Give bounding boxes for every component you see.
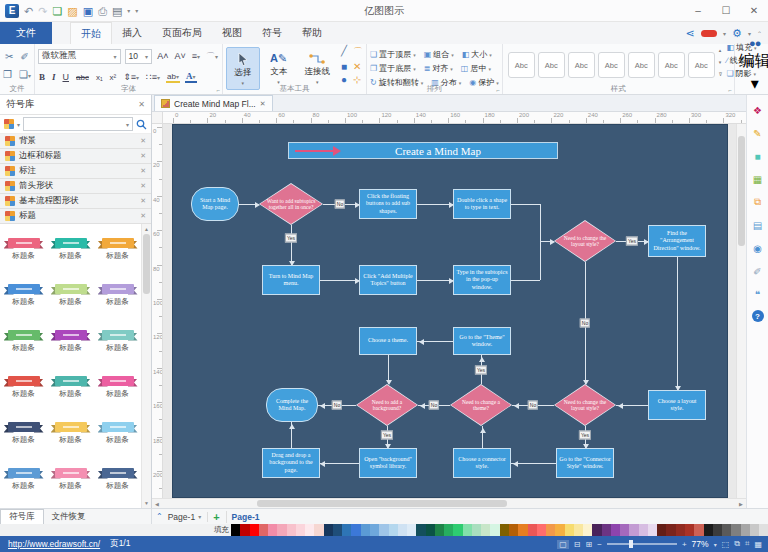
- color-swatch[interactable]: [602, 524, 611, 536]
- flowchart-node-process[interactable]: Open "background" symbol library.: [359, 448, 417, 478]
- undo-icon[interactable]: ↶: [24, 4, 33, 18]
- flowchart-node-decision[interactable]: Need to change the layout style?: [554, 220, 616, 262]
- notes-icon[interactable]: ▤: [751, 218, 765, 232]
- scroll-down-icon[interactable]: ▼: [142, 498, 151, 508]
- collapse-ribbon-icon[interactable]: ⌃: [757, 30, 762, 37]
- arrange-align-button[interactable]: ≣对齐▾: [424, 62, 453, 75]
- flowchart-node-decision[interactable]: Need to add a background?: [356, 384, 418, 426]
- flowchart-node-process[interactable]: Find the "Arrangement Direction" window.: [648, 225, 706, 257]
- scroll-up-icon[interactable]: ▲: [142, 224, 151, 234]
- page[interactable]: Create a Mind Map Start a Mind Map page.…: [172, 124, 728, 498]
- color-swatch[interactable]: [518, 524, 527, 536]
- grid-icon[interactable]: ▦: [754, 540, 762, 549]
- highlight-icon[interactable]: ab▾: [166, 72, 180, 83]
- symbol-item[interactable]: 标题条: [94, 410, 141, 456]
- color-swatch[interactable]: [370, 524, 379, 536]
- color-swatch[interactable]: [333, 524, 342, 536]
- minimize-button[interactable]: –: [684, 0, 712, 21]
- zoom-level[interactable]: 77%: [692, 539, 709, 549]
- color-swatch[interactable]: [611, 524, 620, 536]
- panel-scrollbar[interactable]: ▲ ▼: [141, 224, 151, 508]
- color-swatch[interactable]: [416, 524, 425, 536]
- symbol-item[interactable]: 标题条: [0, 272, 47, 318]
- color-swatch[interactable]: [268, 524, 277, 536]
- style-preset-6[interactable]: Abc: [658, 52, 685, 78]
- reading-view-icon[interactable]: ⊟: [574, 540, 581, 549]
- edrawsoft-link[interactable]: http://www.edrawsoft.cn/: [8, 539, 100, 549]
- arrange-dialog-launcher-icon[interactable]: ⌐: [496, 87, 500, 93]
- color-swatch[interactable]: [250, 524, 259, 536]
- flowchart-node-decision[interactable]: Need to change the layout style?: [554, 384, 616, 426]
- symbol-library-icon[interactable]: ❖: [751, 103, 765, 117]
- search-icon[interactable]: [136, 119, 147, 130]
- color-swatch[interactable]: [528, 524, 537, 536]
- symbol-item[interactable]: 标题条: [47, 226, 94, 272]
- pan-icon[interactable]: ⌗: [745, 539, 750, 549]
- color-swatch[interactable]: [481, 524, 490, 536]
- library-row[interactable]: 标题✕: [0, 209, 151, 224]
- share-icon[interactable]: ⋖: [686, 27, 695, 40]
- symbol-item[interactable]: 标题条: [47, 410, 94, 456]
- flowchart-node-decision[interactable]: Need to change a theme?: [450, 384, 512, 426]
- color-swatch[interactable]: [351, 524, 360, 536]
- flowchart-connector[interactable]: [511, 280, 540, 281]
- arrange-center-button[interactable]: ◫居中▾: [461, 62, 491, 75]
- color-swatch[interactable]: [565, 524, 574, 536]
- color-swatch[interactable]: [379, 524, 388, 536]
- rectangle-tool-icon[interactable]: ■: [341, 61, 347, 72]
- style-preset-1[interactable]: Abc: [508, 52, 535, 78]
- library-close-icon[interactable]: ✕: [140, 197, 146, 205]
- color-swatch[interactable]: [648, 524, 657, 536]
- symbol-item[interactable]: 标题条: [0, 410, 47, 456]
- flowchart-connector[interactable]: [677, 257, 678, 390]
- grow-font-icon[interactable]: A˄: [156, 51, 169, 61]
- library-row[interactable]: 基本流程图形状✕: [0, 194, 151, 209]
- fit-page-icon[interactable]: ⬚: [722, 540, 730, 549]
- arrange-bring-to-front-button[interactable]: ❏置于顶层▾: [370, 48, 416, 61]
- tab-help[interactable]: 帮助: [292, 22, 332, 44]
- color-swatch[interactable]: [685, 524, 694, 536]
- zoom-dropdown-icon[interactable]: ▾: [714, 541, 717, 548]
- new-file-icon[interactable]: ❏: [52, 4, 62, 18]
- color-swatch[interactable]: [426, 524, 435, 536]
- color-swatch[interactable]: [453, 524, 462, 536]
- copy-icon[interactable]: ❐: [3, 69, 12, 80]
- style-preset-2[interactable]: Abc: [538, 52, 565, 78]
- style-preset-5[interactable]: Abc: [628, 52, 655, 78]
- color-swatch[interactable]: [759, 524, 768, 536]
- underline-icon[interactable]: U: [61, 72, 70, 82]
- flowchart-node-process[interactable]: Go to the "Connector Style" window.: [556, 448, 614, 478]
- file-menu-button[interactable]: 文件: [0, 22, 52, 44]
- tab-symbols[interactable]: 符号: [252, 22, 292, 44]
- symbol-item[interactable]: 标题条: [0, 226, 47, 272]
- flowchart-node-process[interactable]: Turn to Mind Map menu.: [262, 265, 320, 295]
- pen-dropdown-icon[interactable]: ▾: [723, 30, 726, 37]
- library-row[interactable]: 箭头形状✕: [0, 179, 151, 194]
- color-swatch[interactable]: [389, 524, 398, 536]
- symbol-item[interactable]: 标题条: [0, 318, 47, 364]
- qat-customize-icon[interactable]: ▾: [135, 7, 138, 14]
- symbol-item[interactable]: 标题条: [94, 364, 141, 410]
- color-swatch[interactable]: [750, 524, 759, 536]
- color-swatch[interactable]: [639, 524, 648, 536]
- font-name-select[interactable]: 微软雅黑▾: [38, 49, 121, 64]
- line-spacing-icon[interactable]: ⇕≡▾: [122, 72, 140, 82]
- flowchart-node-process[interactable]: Choose a connector style.: [453, 448, 511, 478]
- library-close-icon[interactable]: ✕: [140, 167, 146, 175]
- color-swatch[interactable]: [500, 524, 509, 536]
- library-close-icon[interactable]: ✕: [140, 182, 146, 190]
- library-dropdown-icon[interactable]: ▾: [17, 121, 20, 128]
- color-swatch[interactable]: [546, 524, 555, 536]
- gallery-more-icon[interactable]: ⊽: [719, 71, 723, 77]
- color-swatch[interactable]: [463, 524, 472, 536]
- zoom-in-icon[interactable]: +: [682, 540, 687, 549]
- fit-width-icon[interactable]: ⧉: [734, 539, 740, 549]
- save-icon[interactable]: ▣: [83, 4, 93, 18]
- shrink-font-icon[interactable]: A˅: [173, 51, 186, 61]
- picture-icon[interactable]: ▦: [751, 172, 765, 186]
- print-icon[interactable]: ⎙: [98, 4, 107, 18]
- gear-dropdown-icon[interactable]: ▾: [748, 30, 751, 37]
- tab-home[interactable]: 开始: [70, 22, 112, 44]
- style-preset-7[interactable]: Abc: [688, 52, 715, 78]
- zoom-slider-thumb[interactable]: [629, 540, 633, 548]
